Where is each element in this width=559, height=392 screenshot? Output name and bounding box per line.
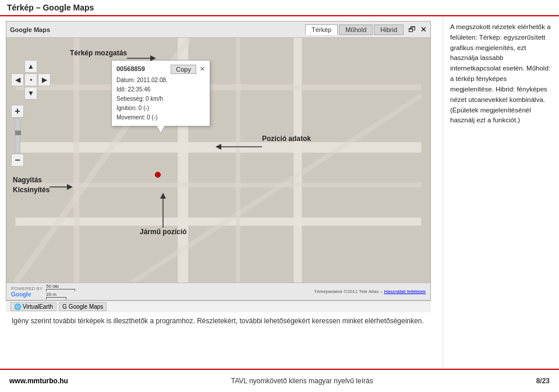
- bottom-line2: további lehetőségekért keressen minket e…: [240, 317, 424, 325]
- scale-bottom-label: 20 m: [46, 292, 56, 297]
- map-container: Google Maps Térkép Műhold Hibrid 🗗 ✕: [6, 21, 431, 301]
- nav-left-button[interactable]: ◀: [11, 73, 24, 86]
- popup-id: 00568859: [116, 64, 145, 75]
- label-jarmu-pozicio: Jármű pozíció: [140, 228, 187, 236]
- map-chrome-top: Google Maps Térkép Műhold Hibrid 🗗 ✕: [6, 22, 430, 38]
- popup-date: Dátum: 2011.02.08.: [116, 76, 205, 85]
- label-pozicio-adatok: Pozíció adatok: [262, 135, 311, 143]
- svg-rect-7: [16, 183, 422, 188]
- page-footer: www.mmturbo.hu TAVL nyomkövető kliens ma…: [0, 369, 559, 392]
- map-tab-group[interactable]: Térkép Műhold Hibrid: [305, 24, 404, 35]
- nav-up-button[interactable]: ▲: [24, 60, 37, 73]
- source-tab-googlemaps[interactable]: G Google Maps: [59, 302, 107, 311]
- footer-url: www.mmturbo.hu: [9, 377, 68, 385]
- map-restore-icon[interactable]: 🗗: [408, 25, 416, 34]
- nav-center-button[interactable]: ✦: [24, 73, 37, 86]
- map-bottom-left: POWERED BY Google 50 láb 20 m: [11, 284, 75, 299]
- map-annotations-wrapper: Google Maps Térkép Műhold Hibrid 🗗 ✕: [6, 21, 431, 312]
- right-panel: A megszokott nézetek elérhetők a felület…: [443, 16, 559, 369]
- zoom-out-button[interactable]: −: [11, 154, 24, 167]
- map-source-tabs: 🌐 VirtualEarth G Google Maps: [6, 301, 431, 312]
- map-chrome-right: Térkép Műhold Hibrid 🗗 ✕: [305, 24, 427, 35]
- popup-close-button[interactable]: ✕: [200, 64, 205, 75]
- map-source-text: Térképadatok ©2011 Tele Atlas –: [314, 289, 383, 294]
- info-popup: 00568859 Copy ✕ Dátum: 2011.02.08. Idő: …: [111, 60, 210, 126]
- popup-time: Idő: 22:35:46: [116, 85, 205, 94]
- svg-rect-4: [293, 38, 302, 282]
- footer-title: TAVL nyomkövető kliens magyar nyelvű leí…: [231, 377, 373, 385]
- label-terkep-mozgatas: Térkép mozgatás: [70, 49, 127, 57]
- svg-rect-8: [236, 38, 240, 282]
- nav-right-button[interactable]: ▶: [38, 73, 51, 86]
- bottom-line1: Igény szerint további térképek is illesz…: [12, 317, 238, 325]
- zoom-controls: + −: [11, 105, 29, 167]
- map-close-icon[interactable]: ✕: [420, 25, 427, 34]
- map-marker: [155, 172, 161, 178]
- popup-movement: Movement: 0 (-): [116, 113, 205, 122]
- svg-rect-6: [16, 84, 422, 90]
- bottom-text-area: Igény szerint további térképek is illesz…: [6, 312, 437, 329]
- scale-line-bottom: [46, 297, 66, 299]
- zoom-handle[interactable]: [15, 130, 21, 135]
- source-tab-virtualearth[interactable]: 🌐 VirtualEarth: [10, 302, 56, 311]
- powered-by: POWERED BY Google: [11, 286, 43, 298]
- svg-marker-14: [67, 184, 73, 190]
- map-content: ▲ ◀ ✦ ▶ ▼ +: [6, 38, 430, 282]
- map-bottom-bar: POWERED BY Google 50 láb 20 m Térképadat…: [6, 282, 430, 300]
- map-arrow-pad: ▲ ◀ ✦ ▶ ▼: [11, 60, 29, 100]
- label-nagyitas-kicsinyites: Nagyítás Kicsinyítés: [13, 175, 49, 195]
- zoom-slider[interactable]: [15, 118, 20, 153]
- tab-muhold[interactable]: Műhold: [339, 24, 373, 35]
- map-source: Térképadatok ©2011 Tele Atlas – Használa…: [314, 289, 426, 294]
- zoom-in-button[interactable]: +: [11, 105, 24, 118]
- svg-marker-12: [150, 55, 156, 61]
- page-header: Térkép – Google Maps: [0, 0, 559, 16]
- right-panel-text: A megszokott nézetek elérhetők a felület…: [450, 22, 552, 126]
- google-label: Google: [11, 291, 43, 298]
- popup-ignition: Ignition: 0 (-): [116, 104, 205, 113]
- virtualearth-label: VirtualEarth: [23, 303, 53, 310]
- tab-terkep[interactable]: Térkép: [305, 24, 338, 35]
- copy-button[interactable]: Copy: [171, 65, 196, 74]
- svg-marker-16: [215, 144, 221, 150]
- scale-line-top: [46, 289, 75, 291]
- map-chrome-title: Google Maps: [10, 26, 50, 33]
- scale-bar: 50 láb 20 m: [46, 284, 75, 299]
- map-nav: ▲ ◀ ✦ ▶ ▼ +: [11, 60, 29, 167]
- popup-speed: Sebesség: 0 km/h: [116, 94, 205, 104]
- tab-hibrid[interactable]: Hibrid: [374, 24, 404, 35]
- popup-arrow-inner: [157, 125, 165, 133]
- googlemaps-label: Google Maps: [69, 303, 103, 310]
- popup-actions: Copy ✕: [171, 64, 205, 75]
- nav-down-button[interactable]: ▼: [24, 87, 37, 100]
- virtualearth-icon: 🌐: [14, 303, 21, 310]
- page-title: Térkép – Google Maps: [7, 3, 94, 12]
- main-content: Google Maps Térkép Műhold Hibrid 🗗 ✕: [0, 16, 559, 369]
- googlemaps-icon: G: [62, 303, 67, 310]
- map-source-link[interactable]: Használati feltételek: [384, 289, 426, 294]
- footer-page: 8/23: [536, 377, 550, 385]
- svg-marker-18: [160, 193, 166, 199]
- svg-rect-5: [73, 38, 79, 282]
- left-area: Google Maps Térkép Műhold Hibrid 🗗 ✕: [0, 16, 443, 369]
- popup-header: 00568859 Copy ✕: [116, 64, 205, 75]
- scale-top-label: 50 láb: [46, 284, 59, 289]
